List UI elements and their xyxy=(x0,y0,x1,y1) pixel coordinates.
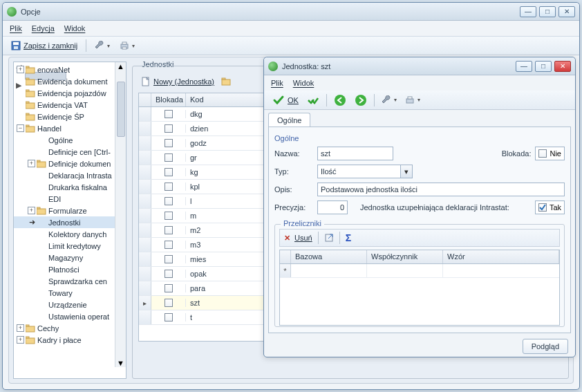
table-row[interactable]: t xyxy=(139,310,269,325)
table-row[interactable]: dzien xyxy=(139,122,269,136)
expand-icon[interactable]: + xyxy=(28,160,35,167)
dialog-menu-file[interactable]: Plik xyxy=(271,79,283,87)
menu-file[interactable]: Plik xyxy=(10,24,22,32)
tree-item[interactable]: −Handel xyxy=(14,122,115,134)
tree-item[interactable]: Drukarka fiskalna xyxy=(14,181,115,193)
col-kod[interactable]: Kod xyxy=(186,93,269,106)
col-bazowa[interactable]: Bazowa xyxy=(291,250,367,263)
sub-new-row[interactable]: * xyxy=(280,264,559,278)
tree-item[interactable]: Towary xyxy=(14,287,115,299)
save-close-button[interactable]: Zapisz i zamknij xyxy=(8,39,80,52)
opis-input[interactable] xyxy=(317,183,565,196)
table-row[interactable]: godz xyxy=(139,136,269,151)
expand-icon[interactable]: + xyxy=(17,336,24,344)
row-checkbox[interactable] xyxy=(165,139,173,147)
table-row[interactable]: m xyxy=(139,209,269,223)
tree-item[interactable]: +Formularze xyxy=(14,205,115,216)
table-row[interactable]: gr xyxy=(139,151,269,165)
tree-item[interactable]: Sprawdzarka cen xyxy=(14,275,115,287)
maximize-button[interactable]: □ xyxy=(539,6,556,17)
main-titlebar[interactable]: Opcje — □ ✕ xyxy=(3,3,579,21)
tree-item[interactable]: Ewidencja pojazdów xyxy=(14,87,115,99)
tree-item[interactable]: Ogólne xyxy=(14,134,115,146)
expand-icon[interactable]: + xyxy=(17,324,24,332)
tree-item[interactable]: ➜Jednostki xyxy=(14,216,115,228)
tree-item[interactable]: +enovaNet xyxy=(14,64,115,75)
apply-button[interactable] xyxy=(304,93,322,108)
menu-view[interactable]: Widok xyxy=(64,24,86,32)
col-wzor[interactable]: Wzór xyxy=(443,250,559,263)
row-checkbox[interactable] xyxy=(165,124,173,133)
tree-item[interactable]: Definicje cen [Ctrl- xyxy=(14,146,115,158)
expand-icon[interactable]: + xyxy=(28,207,35,214)
row-checkbox[interactable] xyxy=(165,168,173,176)
table-row[interactable]: ▸szt xyxy=(139,296,269,310)
table-row[interactable]: kpl xyxy=(139,180,269,194)
scroll-down-icon[interactable]: ▼ xyxy=(117,359,124,367)
row-checkbox[interactable] xyxy=(165,270,173,278)
row-checkbox[interactable] xyxy=(165,241,173,249)
table-row[interactable]: kg xyxy=(139,165,269,180)
dialog-titlebar[interactable]: Jednostka: szt — □ ✕ xyxy=(264,57,575,75)
tab-ogolne[interactable]: Ogólne xyxy=(268,113,310,127)
row-checkbox[interactable] xyxy=(165,183,173,191)
minimize-button[interactable]: — xyxy=(520,6,536,17)
delete-icon[interactable]: ✕ xyxy=(284,234,290,243)
tree[interactable]: +enovaNetEwidencja dokumentEwidencja poj… xyxy=(14,62,115,367)
precyzja-input[interactable] xyxy=(317,200,348,214)
tree-item[interactable]: +Cechy xyxy=(14,322,115,334)
tree-vscroll[interactable]: ▲ ▼ xyxy=(115,62,126,367)
scroll-up-icon[interactable]: ▲ xyxy=(117,62,124,71)
dialog-tools-dropdown[interactable]: ▾ xyxy=(379,94,400,106)
tree-item[interactable]: Ustawienia operat xyxy=(14,310,115,322)
tree-item[interactable]: EDI xyxy=(14,193,115,205)
row-checkbox[interactable] xyxy=(165,212,173,220)
table-row[interactable]: mies xyxy=(139,252,269,267)
sigma-icon[interactable]: Σ xyxy=(346,232,351,243)
table-row[interactable]: l xyxy=(139,194,269,209)
dialog-close-button[interactable]: ✕ xyxy=(554,61,571,72)
row-checkbox[interactable] xyxy=(165,284,173,292)
chevron-down-icon[interactable]: ▾ xyxy=(400,165,413,178)
row-checkbox[interactable] xyxy=(165,255,173,263)
table-row[interactable]: para xyxy=(139,281,269,296)
tree-item[interactable]: Płatności xyxy=(14,263,115,275)
tree-item[interactable]: Kolektory danych xyxy=(14,228,115,240)
tree-item[interactable]: +Kadry i płace xyxy=(14,334,115,346)
tree-item[interactable]: Deklaracja Intrasta xyxy=(14,169,115,181)
row-checkbox[interactable] xyxy=(165,153,173,162)
table-row[interactable]: dkg xyxy=(139,107,269,122)
row-checkbox[interactable] xyxy=(165,110,173,118)
tools-dropdown[interactable]: ▾ xyxy=(92,39,113,52)
menu-edit[interactable]: Edycja xyxy=(32,24,55,32)
expand-icon[interactable]: − xyxy=(17,124,24,132)
row-checkbox[interactable] xyxy=(165,313,173,321)
new-button[interactable]: Nowy (Jednostka) xyxy=(138,75,217,88)
dialog-print-dropdown[interactable]: ▾ xyxy=(402,94,423,106)
tree-item[interactable]: Ewidencje ŚP xyxy=(14,111,115,122)
tree-item[interactable]: +Definicje dokumen xyxy=(14,158,115,169)
expand-icon[interactable]: + xyxy=(17,66,24,73)
col-blokada[interactable]: Blokada xyxy=(151,93,186,106)
table-row[interactable]: m3 xyxy=(139,238,269,252)
row-checkbox[interactable] xyxy=(165,197,173,205)
tree-item[interactable]: Ewidencja dokument xyxy=(14,75,115,87)
typ-input[interactable] xyxy=(317,165,400,178)
next-button[interactable] xyxy=(352,93,370,108)
scroll-thumb[interactable] xyxy=(117,82,125,137)
delete-label[interactable]: Usuń xyxy=(294,234,312,242)
blokada-checkbox[interactable]: Nie xyxy=(535,147,565,160)
col-wsp[interactable]: Współczynnik xyxy=(367,250,443,263)
row-checkbox[interactable] xyxy=(165,299,173,307)
prev-button[interactable] xyxy=(331,93,349,108)
preview-button[interactable]: Podgląd xyxy=(523,339,568,354)
grid-body[interactable]: dkgdziengodzgrkgkpllmm2m3miesopakpara▸sz… xyxy=(139,107,269,325)
typ-combo[interactable]: ▾ xyxy=(317,165,413,178)
tree-item[interactable]: Ewidencja VAT xyxy=(14,99,115,111)
open-icon[interactable] xyxy=(221,77,231,86)
dialog-menu-view[interactable]: Widok xyxy=(293,79,315,87)
ok-button[interactable]: OK xyxy=(270,93,301,108)
table-row[interactable]: m2 xyxy=(139,223,269,238)
open-external-icon[interactable] xyxy=(324,233,334,243)
tree-item[interactable]: Urządzenie xyxy=(14,299,115,310)
